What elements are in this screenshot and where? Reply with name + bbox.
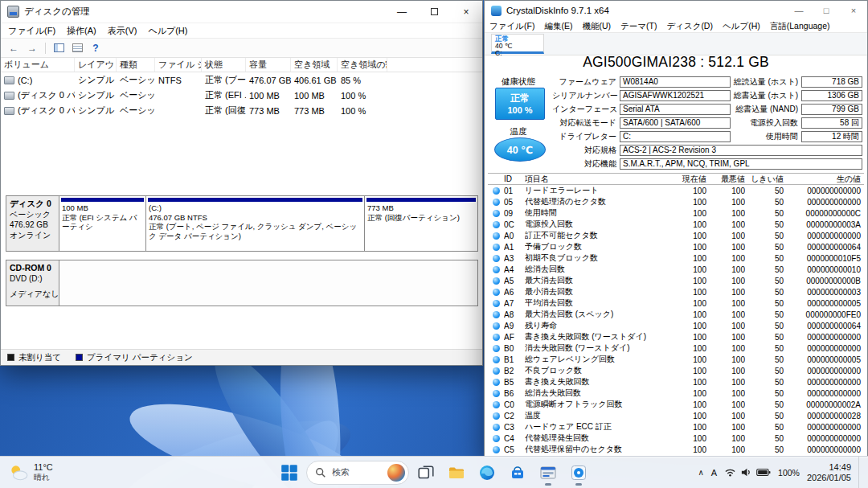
start-button[interactable] (276, 459, 303, 486)
column-header[interactable]: 空き領域 (291, 58, 338, 72)
smart-cell: 000000000000 (784, 198, 864, 207)
ime-mode-indicator[interactable]: A (711, 468, 717, 478)
smart-cell: 50 (745, 378, 784, 387)
drive-icon (4, 92, 14, 100)
search-daily-image[interactable] (387, 464, 405, 482)
partition[interactable]: (C:)476.07 GB NTFS正常 (ブート, ページ ファイル, クラッ… (146, 196, 365, 251)
properties-icon[interactable] (69, 40, 85, 56)
smart-cell: C5 (504, 445, 525, 454)
smart-cell: 100 (668, 209, 706, 218)
partition-text-line: 100 MB (62, 203, 143, 213)
menu-item[interactable]: 編集(E) (539, 21, 577, 32)
smart-cell: B6 (504, 389, 525, 398)
smart-cell: 100 (706, 254, 745, 263)
show-desktop-button[interactable] (858, 457, 862, 488)
volume-row[interactable]: (C:)シンプルベーシックNTFS正常 (ブート...476.07 GB406.… (1, 72, 482, 88)
smart-column-header[interactable]: しきい値 (745, 174, 784, 185)
tray-status-icons[interactable] (724, 466, 771, 478)
status-good-dot-icon (493, 187, 500, 195)
health-status-box[interactable]: 正常 100 % (495, 88, 545, 120)
field-value: S.M.A.R.T., APM, NCQ, TRIM, GPL (620, 158, 862, 170)
smart-row: A7平均消去回数10010050000000000005 (488, 297, 864, 309)
volume-cell: NTFS (155, 75, 202, 86)
smart-cell: 50 (745, 423, 784, 432)
field-value: 12 時間 (801, 131, 862, 142)
console-tree-icon[interactable] (51, 40, 67, 56)
clock[interactable]: 14:49 2026/01/05 (807, 462, 851, 483)
smart-cell: A1 (504, 243, 525, 252)
disk-management-taskbar-button[interactable] (534, 459, 562, 486)
minimize-button[interactable]: — (386, 1, 418, 23)
partition[interactable]: 773 MB正常 (回復パーティション) (365, 196, 477, 251)
close-button[interactable]: × (450, 1, 482, 23)
legend-item: 未割り当て (7, 352, 61, 363)
smart-cell: A7 (504, 299, 525, 308)
disk0-label-panel[interactable]: ディスク 0 ベーシック 476.92 GB オンライン (6, 196, 59, 251)
smart-column-header[interactable]: 生の値 (784, 174, 864, 185)
smart-cell: 100 (668, 277, 706, 285)
volume-name: (ディスク 0 パーティション... (18, 105, 75, 117)
column-header[interactable]: 状態 (202, 58, 246, 72)
disk0-status: オンライン (10, 230, 55, 240)
column-header[interactable]: ボリューム (1, 58, 75, 72)
task-view-button[interactable] (412, 459, 440, 486)
menu-item[interactable]: テーマ(T) (616, 21, 661, 32)
smart-cell: 100 (706, 299, 745, 308)
running-indicator (545, 483, 551, 486)
column-header[interactable]: レイアウト (75, 58, 117, 72)
smart-cell: 総消去失敗回数 (525, 388, 668, 399)
smart-cell: 100 (706, 265, 745, 274)
menu-item[interactable]: 機能(U) (577, 21, 616, 32)
column-header[interactable]: ファイル システム (155, 58, 202, 72)
back-icon[interactable]: ← (6, 40, 22, 56)
smart-cell: 予備ブロック数 (525, 241, 668, 252)
volume-cell: (C:) (1, 75, 75, 86)
smart-cell: 0C (504, 220, 525, 229)
search-box[interactable]: 検索 (306, 461, 409, 485)
column-header[interactable]: 種類 (117, 58, 155, 72)
partition-color-stripe (366, 198, 476, 202)
hidden-icons-chevron-icon[interactable]: ∧ (698, 468, 703, 477)
crystaldiskinfo-app-icon (491, 6, 502, 16)
smart-row: C5代替処理保留中のセクタ数10010050000000000000 (488, 444, 864, 455)
menu-item[interactable]: 操作(A) (61, 25, 102, 37)
store-button[interactable] (504, 459, 531, 486)
running-indicator (575, 483, 582, 486)
edge-button[interactable] (473, 459, 501, 486)
smart-column-header[interactable]: 現在値 (668, 174, 706, 185)
smart-cell: 訂正不可能セクタ数 (525, 230, 668, 241)
smart-cell: C2 (504, 412, 525, 420)
smart-cell: 50 (745, 310, 784, 319)
menu-item[interactable]: ファイル(F) (485, 21, 539, 32)
smart-column-header[interactable]: 最悪値 (706, 174, 745, 185)
menu-item[interactable]: 表示(V) (102, 25, 143, 37)
column-header[interactable]: 容量 (246, 58, 291, 72)
drive-tab-c[interactable]: 正常 40 ℃ C: (491, 34, 544, 54)
forward-icon[interactable]: → (24, 40, 40, 56)
maximize-button[interactable] (418, 1, 450, 23)
smart-cell: 50 (745, 333, 784, 342)
menu-item[interactable]: ディスク(D) (661, 21, 718, 32)
partition[interactable]: 100 MB正常 (EFI システム パーティシ (59, 196, 146, 251)
column-header[interactable]: 空き領域の割... (338, 58, 387, 72)
file-explorer-button[interactable] (443, 459, 470, 486)
close-button[interactable]: × (840, 1, 867, 20)
cdi-titlebar[interactable]: CrystalDiskInfo 9.7.1 x64 — □ × (485, 1, 867, 20)
smart-column-header[interactable]: 項目名 (525, 174, 668, 185)
menu-item[interactable]: ファイル(F) (2, 25, 61, 37)
disk-management-titlebar[interactable]: ディスクの管理 — × (1, 1, 482, 23)
menu-item[interactable]: 言語(Language) (765, 21, 835, 32)
cdrom-label-panel[interactable]: CD-ROM 0 DVD (D:) メディアなし (6, 260, 59, 306)
menu-item[interactable]: ヘルプ(H) (142, 25, 193, 37)
crystaldiskinfo-taskbar-button[interactable] (565, 459, 592, 486)
field-label: 使用時間 (731, 131, 801, 142)
maximize-button[interactable]: □ (813, 1, 840, 20)
minimize-button[interactable]: — (785, 1, 813, 20)
smart-column-header[interactable]: ID (504, 174, 525, 183)
volume-row[interactable]: (ディスク 0 パーティション...シンプルベーシック正常 (回復...773 … (1, 103, 482, 118)
weather-widget[interactable]: 11°C 晴れ (0, 457, 61, 488)
volume-row[interactable]: (ディスク 0 パーティション...シンプルベーシック正常 (EFI ...10… (1, 88, 482, 103)
help-icon[interactable]: ? (88, 40, 104, 56)
field-value: C: (620, 131, 731, 142)
menu-item[interactable]: ヘルプ(H) (718, 21, 765, 32)
